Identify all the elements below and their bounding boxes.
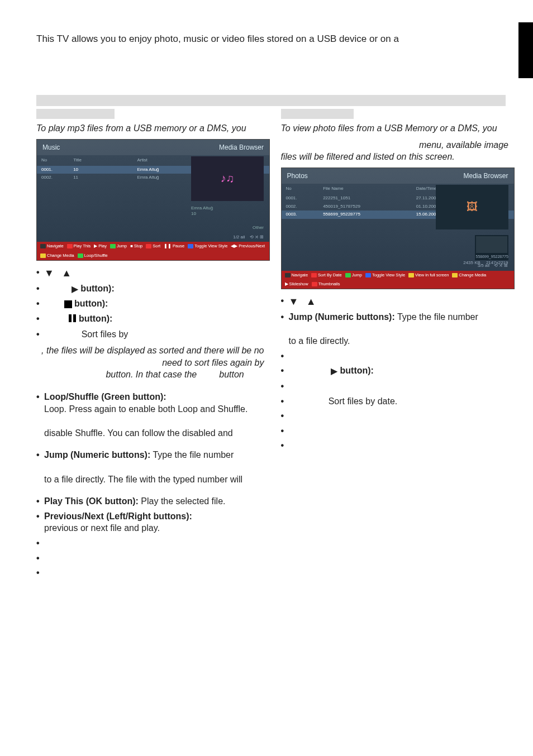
hint: Sort By Date [318, 272, 342, 278]
prev-next-body: previous or next file and play. [44, 523, 160, 533]
pause-icon [69, 313, 76, 326]
hint: Play [98, 243, 107, 249]
shot-title: Photos [287, 171, 308, 180]
info-line: 10 [191, 211, 264, 217]
hint: Navigate [47, 243, 64, 249]
bullet-sort: Sort files by [36, 328, 264, 341]
footer-hints: Navigate Sort By Date Jump Toggle View S… [282, 271, 514, 289]
right-caption: To view photo files from a USB Memory or… [281, 122, 509, 135]
hint: Navigate [292, 272, 308, 278]
jump-tail: Type the file number [150, 450, 234, 460]
bullet-play-this: Play This (OK button): Play the selected… [36, 495, 264, 508]
hint: Thumbnails [318, 281, 340, 287]
heading-bar-wide [36, 95, 506, 106]
right-column: To view photo files from a USB Memory or… [273, 109, 517, 582]
play-icon: ▶ [72, 283, 78, 295]
play-this-title: Play This (OK button): [44, 496, 139, 506]
cell: 0001. [286, 195, 323, 202]
info-line: Emra Altuğ [191, 205, 264, 212]
info-other: Other [191, 225, 264, 231]
thumb-size: 2435 KB [463, 260, 480, 266]
cell: 222251_1051 [323, 195, 416, 202]
bullet-jump: Jump (Numeric buttons): Type the file nu… [36, 449, 264, 485]
bullet-empty [281, 425, 509, 437]
loop-title: Loop/Shuffle (Green button): [44, 392, 166, 401]
bullet-nav-arrows: ▼ ▲ [36, 266, 264, 280]
note-line: button. In that case the button [36, 369, 264, 381]
hint: Stop [134, 243, 142, 249]
progress-text: 1/2 all [233, 235, 245, 241]
hint: Change Media [459, 272, 486, 278]
cell: 0002. [286, 204, 323, 210]
music-preview-icon: ♪♫ [191, 156, 264, 201]
jump-body: to a file directly. [289, 336, 350, 346]
cell: 11 [73, 175, 137, 181]
hint: Play This [74, 243, 91, 249]
bullet-loop: Loop/Shuffle (Green button): Loop. Press… [36, 391, 264, 439]
cell: 558699_95228775 [323, 212, 416, 218]
left-column: To play mp3 files from a USB memory or a… [28, 109, 273, 582]
button-label: button): [74, 299, 108, 308]
hint: Toggle View Style [194, 243, 227, 249]
play-this-tail: Play the selected file. [139, 496, 226, 506]
sort-note-para: , the files will be displayed as sorted … [36, 344, 264, 381]
bullet-play: ▶ button): [281, 365, 509, 377]
intro-text: This TV allows you to enjoy photo, music… [36, 34, 506, 45]
arrow-up-icon: ▲ [306, 295, 316, 308]
hint: Jump [117, 243, 127, 249]
cell: 0003. [286, 212, 323, 218]
note-line: , the files will be displayed as sorted … [36, 344, 264, 369]
side-black-tab [518, 22, 533, 78]
bullet-play: ▶ button): [36, 283, 264, 295]
button-label: button): [79, 314, 112, 323]
button-label: button): [80, 284, 114, 293]
arrow-up-icon: ▲ [61, 266, 72, 280]
hint: Slideshow [289, 281, 308, 287]
hint: Change Media [47, 253, 74, 259]
bullet-empty [36, 552, 264, 564]
shot-brand: Media Browser [219, 143, 264, 152]
sort-text: Sort files by date. [329, 396, 398, 406]
hint: Loop/Shuffle [84, 253, 108, 259]
play-icon: ▶ [331, 365, 337, 377]
sort-text: Sort files by [82, 329, 129, 339]
loop-body2: disable Shuffle. You can follow the disa… [44, 428, 233, 438]
photo-thumbs: 558699_95228775 [475, 235, 508, 260]
shot-brand: Media Browser [463, 171, 508, 180]
right-para-line1: menu, available image [281, 139, 509, 151]
stop-icon [64, 300, 72, 308]
bullet-empty [36, 567, 264, 579]
music-info: Emra Altuğ 10 Other [191, 205, 264, 231]
bullet-nav-arrows: ▼ ▲ [281, 295, 509, 308]
two-column-layout: To play mp3 files from a USB memory or a… [28, 109, 517, 582]
bullet-empty [281, 350, 509, 362]
col-name: File Name [323, 186, 416, 192]
shuffle-icons: ⟲ ⤨ ⊞ [250, 235, 264, 241]
hint: Pause [173, 243, 184, 249]
cell: 0001. [41, 167, 73, 173]
photos-browser-screenshot: Photos Media Browser No File Name Date/T… [281, 168, 515, 289]
cell: 10 [73, 167, 137, 173]
thumb-a: 558699_95228775 [475, 235, 508, 260]
cell: 0002. [41, 175, 73, 181]
hint: Jump [352, 272, 362, 278]
heading-bar-left [36, 109, 115, 119]
heading-bar-right [281, 109, 354, 119]
col-no: No [286, 186, 323, 192]
bullet-prev-next: Previous/Next (Left/Right buttons): prev… [36, 510, 264, 534]
shot-title: Music [42, 143, 60, 152]
footer-hints: Navigate Play This ▶Play Jump ■Stop Sort… [37, 242, 269, 260]
bullet-empty [281, 380, 509, 393]
photo-preview: 🖼 [436, 185, 508, 229]
col-title: Title [73, 157, 137, 164]
jump-title: Jump (Numeric buttons): [44, 450, 150, 460]
bullet-pause: button): [36, 313, 264, 326]
thumb-dim: 2147x2219 [486, 260, 508, 266]
cell: 450019_51787529 [323, 204, 416, 210]
bullet-empty [281, 410, 509, 422]
bullet-empty [36, 537, 264, 549]
col-no: No [41, 157, 73, 164]
hint: Sort [153, 243, 160, 249]
prev-next-title: Previous/Next (Left/Right buttons): [44, 511, 192, 521]
button-label: button): [340, 366, 374, 375]
